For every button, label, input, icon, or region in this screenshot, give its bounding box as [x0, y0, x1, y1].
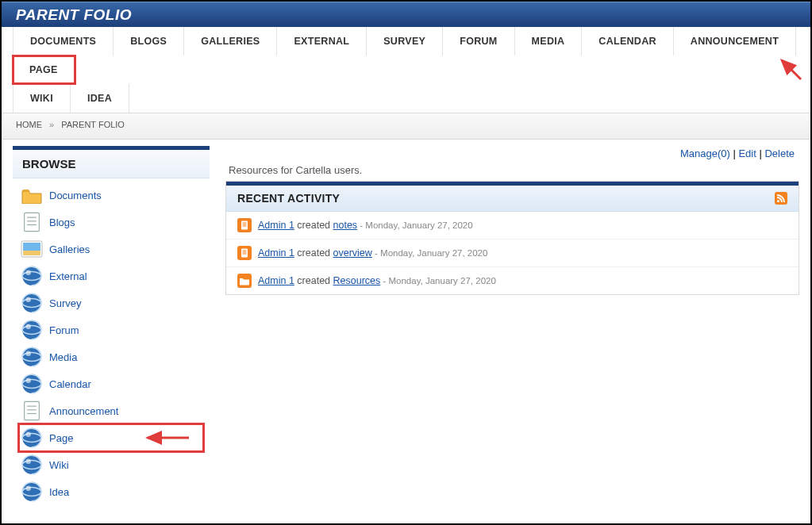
svg-rect-43 [241, 249, 248, 258]
recent-activity-panel: RECENT ACTIVITY Admin 1 created notes - … [225, 181, 799, 295]
globe-icon [21, 320, 43, 339]
top-nav: DOCUMENTS BLOGS GALLERIES EXTERNAL SURVE… [2, 27, 810, 113]
sidebar-item-label[interactable]: Forum [49, 324, 79, 336]
svg-rect-0 [25, 213, 40, 231]
sidebar-item-calendar[interactable]: Calendar [19, 370, 203, 397]
svg-point-28 [25, 431, 30, 436]
nav-page[interactable]: PAGE [13, 56, 75, 84]
globe-icon [21, 347, 43, 366]
nav-forum[interactable]: FORUM [443, 27, 514, 56]
folio-caption: Resources for Cartella users. [225, 164, 799, 181]
globe-icon [21, 266, 43, 285]
sidebar-item-label[interactable]: External [49, 270, 87, 282]
breadcrumb-sep: » [49, 120, 54, 129]
manage-link[interactable]: Manage(0) [680, 148, 730, 159]
nav-blogs[interactable]: BLOGS [114, 27, 184, 56]
activity-row: Admin 1 created overview - Monday, Janua… [226, 240, 799, 267]
activity-row: Admin 1 created notes - Monday, January … [226, 212, 799, 240]
delete-link[interactable]: Delete [764, 148, 795, 159]
svg-point-36 [777, 200, 779, 202]
sidebar-item-external[interactable]: External [19, 262, 203, 289]
sidebar-item-label[interactable]: Galleries [49, 243, 90, 255]
folder-icon [237, 274, 252, 288]
sidebar-item-wiki[interactable]: Wiki [19, 451, 203, 478]
page-icon [237, 218, 252, 232]
nav-announcement[interactable]: ANNOUNCEMENT [674, 27, 796, 56]
svg-rect-6 [23, 251, 40, 255]
activity-row: Admin 1 created Resources - Monday, Janu… [226, 267, 799, 294]
image-icon [21, 240, 43, 259]
svg-point-21 [25, 377, 30, 382]
sidebar-item-label[interactable]: Survey [49, 297, 81, 309]
edit-link[interactable]: Edit [738, 148, 756, 159]
breadcrumb: HOME » PARENT FOLIO [2, 113, 810, 140]
globe-icon [21, 374, 43, 393]
activity-verb: created [297, 220, 330, 231]
main-content: Manage(0) | Edit | Delete Resources for … [225, 146, 799, 515]
nav-calendar[interactable]: CALENDAR [582, 27, 674, 56]
sidebar-item-label[interactable]: Media [49, 351, 77, 363]
activity-object-link[interactable]: overview [333, 247, 372, 259]
globe-icon [21, 293, 43, 312]
activity-verb: created [297, 275, 330, 286]
sidebar-item-idea[interactable]: Idea [19, 478, 203, 505]
nav-galleries[interactable]: GALLERIES [184, 27, 277, 56]
activity-user-link[interactable]: Admin 1 [258, 275, 294, 286]
breadcrumb-home[interactable]: HOME [16, 120, 42, 129]
svg-point-9 [25, 270, 30, 274]
svg-point-12 [25, 297, 30, 301]
sidebar-item-label[interactable]: Blogs [49, 217, 75, 228]
activity-user-link[interactable]: Admin 1 [258, 247, 294, 259]
globe-icon [21, 428, 43, 447]
doc-icon [21, 213, 43, 232]
sidebar-title: BROWSE [13, 150, 210, 178]
panel-title: RECENT ACTIVITY [237, 192, 340, 205]
svg-rect-38 [241, 221, 248, 230]
folder-icon [21, 186, 43, 205]
nav-external[interactable]: EXTERNAL [277, 27, 367, 56]
sidebar-item-media[interactable]: Media [19, 343, 203, 370]
annotation-arrow-icon [143, 430, 192, 446]
svg-point-34 [25, 485, 30, 490]
breadcrumb-current[interactable]: PARENT FOLIO [61, 120, 125, 129]
svg-point-31 [25, 458, 30, 463]
nav-wiki[interactable]: WIKI [13, 84, 71, 113]
action-links: Manage(0) | Edit | Delete [225, 146, 799, 164]
activity-object-link[interactable]: notes [333, 220, 358, 231]
header: PARENT FOLIO [2, 2, 810, 27]
globe-icon [21, 482, 43, 501]
sidebar-item-blogs[interactable]: Blogs [19, 209, 203, 236]
sidebar-item-label[interactable]: Idea [49, 486, 69, 498]
sidebar-item-label[interactable]: Announcement [49, 405, 118, 417]
rss-icon[interactable] [775, 192, 787, 205]
nav-idea[interactable]: IDEA [71, 84, 129, 113]
nav-media[interactable]: MEDIA [515, 27, 583, 56]
svg-point-18 [25, 351, 30, 355]
svg-rect-22 [25, 401, 40, 420]
sidebar-item-documents[interactable]: Documents [19, 182, 203, 209]
activity-date: - Monday, January 27, 2020 [380, 276, 496, 285]
page-title: PARENT FOLIO [16, 6, 132, 24]
sidebar-item-galleries[interactable]: Galleries [19, 236, 203, 262]
page-icon [237, 246, 252, 260]
activity-object-link[interactable]: Resources [333, 275, 381, 286]
sidebar-item-announcement[interactable]: Announcement [19, 397, 203, 424]
doc-icon [21, 401, 43, 420]
annotation-arrow-icon [775, 56, 804, 82]
svg-rect-35 [775, 192, 787, 205]
nav-survey[interactable]: SURVEY [367, 27, 443, 56]
nav-documents[interactable]: DOCUMENTS [13, 27, 114, 56]
sidebar-item-forum[interactable]: Forum [19, 316, 203, 343]
sidebar-item-label[interactable]: Page [49, 432, 73, 444]
sidebar-item-label[interactable]: Documents [49, 190, 102, 201]
svg-line-48 [782, 60, 801, 79]
sidebar-item-survey[interactable]: Survey [19, 289, 203, 316]
sidebar-item-label[interactable]: Wiki [49, 459, 69, 471]
globe-icon [21, 455, 43, 474]
activity-user-link[interactable]: Admin 1 [258, 220, 294, 231]
sidebar-item-label[interactable]: Calendar [49, 378, 91, 390]
svg-point-15 [25, 324, 30, 328]
activity-verb: created [297, 247, 330, 259]
svg-rect-5 [23, 243, 40, 251]
activity-date: - Monday, January 27, 2020 [357, 220, 473, 230]
